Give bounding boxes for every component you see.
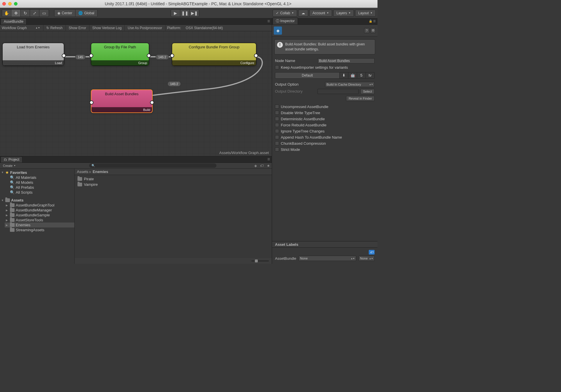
fav-all-materials[interactable]: 🔍All Materials [5,175,74,180]
fav-all-scripts[interactable]: 🔍All Scripts [5,190,74,195]
platform-html5-icon[interactable]: 5 [357,72,366,79]
filter-label-icon[interactable]: 🏷 [260,164,264,168]
asset-pirate[interactable]: Pirate [75,176,272,182]
fav-all-prefabs[interactable]: 🔍All Prefabs [5,185,74,190]
checkbox[interactable] [275,117,279,121]
save-search-icon[interactable]: ★ [266,164,271,168]
opt-append-hash[interactable]: Append Hash To AssetBundle Name [272,134,377,140]
select-button[interactable]: Select [360,89,375,94]
folder-enemies[interactable]: ▶Enemies [5,223,74,227]
tab-menu-icon[interactable]: ☰ [267,158,270,161]
platform-appletv-icon[interactable]: tv [366,72,375,79]
opt-force-rebuild[interactable]: Force Rebuild AssetBundle [272,122,377,128]
layers-dropdown[interactable]: Layers ▼ [333,10,354,17]
node-build-bundles[interactable]: Build Asset Bundles Build [91,89,153,113]
refresh-button[interactable]: ↻ Refresh [43,25,66,31]
port-out[interactable] [254,54,258,58]
play-button-icon[interactable]: ▶ [171,10,180,17]
asset-vampire[interactable]: Vampire [75,182,272,187]
tab-project[interactable]: 🗀Project [1,156,22,163]
rotate-tool-icon[interactable]: ↻ [21,10,30,17]
assetbundle-name-dropdown[interactable]: None▲▼ [299,256,356,261]
breadcrumb-item[interactable]: Enemies [93,169,108,174]
project-search-input[interactable]: 🔍 [89,163,216,168]
pause-button-icon[interactable]: ❚❚ [180,10,190,17]
folder-icon [10,218,15,222]
checkbox[interactable] [275,141,279,145]
port-out[interactable] [150,100,154,105]
move-tool-icon[interactable]: ✥ [11,10,21,17]
folder-streamingassets[interactable]: StreamingAssets [5,227,74,232]
graph-canvas[interactable]: Load from Enemies Load Group By File Pat… [0,31,272,156]
graph-mode-dropdown[interactable]: Workflow Graph ▲▼ [0,25,43,31]
node-configure-bundle[interactable]: Configure Bundle From Group Configure [172,43,256,66]
help-icon[interactable]: ? [364,28,369,33]
thumbnail-size-slider[interactable] [75,258,272,264]
project-tree[interactable]: ▼ ★ Favorites 🔍All Materials 🔍All Models… [0,169,75,264]
close-window-icon[interactable] [2,2,6,6]
folder-assetstoretools[interactable]: ▶AssetStoreTools [5,218,74,223]
opt-strict[interactable]: Strict Mode [272,146,377,153]
port-out[interactable] [62,54,66,58]
node-load-enemies[interactable]: Load from Enemies Load [2,43,64,66]
keep-importer-row[interactable]: Keep AssetImporter settings for variants [272,64,377,70]
opt-ignore-typetree[interactable]: Ignore TypeTree Changes [272,128,377,134]
port-in[interactable] [89,100,93,105]
port-in[interactable] [89,54,93,58]
platform-default-button[interactable]: Default [275,72,340,79]
opt-disable-typetree[interactable]: Disable Write TypeTree [272,110,377,116]
platform-dropdown[interactable]: OSX Standalone(64-bit) [183,25,226,31]
checkbox[interactable] [275,135,279,139]
port-out[interactable] [147,54,151,58]
node-group-by-path[interactable]: Group By File Path Group [91,43,149,66]
asset-list[interactable]: Pirate Vampire [75,175,272,258]
breadcrumb-item[interactable]: Assets [77,169,88,174]
checkbox[interactable] [275,147,279,151]
opt-uncompressed[interactable]: Uncompressed AssetBundle [272,104,377,110]
minimize-window-icon[interactable] [8,2,12,6]
filter-type-icon[interactable]: ◈ [253,164,258,168]
folder-assetbundlegraphtool[interactable]: ▶AssetBundleGraphTool [5,203,74,208]
folder-assetbundlemanager[interactable]: ▶AssetBundleManager [5,208,74,213]
collab-dropdown[interactable]: ✓ Collab ▼ [273,10,297,17]
port-in[interactable] [170,54,174,58]
center-button[interactable]: ◉ Center [54,10,75,17]
panel-lock-icon[interactable]: 🔒 ☰ [369,20,376,23]
folder-assetbundlesample[interactable]: ▶AssetBundleSample [5,213,74,218]
assets-root[interactable]: ▼ Assets [0,198,74,203]
checkbox[interactable] [275,105,279,109]
show-verbose-button[interactable]: Show Verbose Log [89,25,125,31]
tab-inspector[interactable]: ⓘ Inspector [273,17,298,24]
opt-deterministic[interactable]: Deterministic AssetBundle [272,116,377,122]
use-postprocessor-button[interactable]: Use As Postprocessor [125,25,165,31]
gear-icon[interactable]: ⚙ [371,28,376,33]
reveal-in-finder-button[interactable]: Reveal in Finder [346,96,375,101]
opt-chunkbased[interactable]: ChunkBased Compression [272,140,377,146]
account-dropdown[interactable]: Account ▼ [309,10,332,17]
platform-download-icon[interactable]: ⬇ [340,72,348,79]
layout-dropdown[interactable]: Layout ▼ [355,10,376,17]
node-name-input[interactable]: Build Asset Bundles [317,58,375,63]
show-error-button[interactable]: Show Error [66,25,89,31]
hand-tool-icon[interactable]: ✋ [2,10,11,17]
checkbox[interactable] [275,123,279,127]
tab-menu-icon[interactable]: ☰ [267,20,270,23]
scale-tool-icon[interactable]: ⤢ [30,10,39,17]
tab-assetbundle[interactable]: AssetBundle [1,18,27,24]
platform-android-icon[interactable]: 🤖 [348,72,357,79]
output-directory-input[interactable] [317,89,359,94]
favorites-header[interactable]: ▼ ★ Favorites [0,170,74,175]
step-button-icon[interactable]: ▶❚ [190,10,199,17]
checkbox[interactable] [275,111,279,115]
checkbox[interactable] [275,129,279,133]
maximize-window-icon[interactable] [14,2,17,6]
checkbox[interactable] [275,65,279,69]
rect-tool-icon[interactable]: ▭ [39,10,49,17]
label-tag-icon[interactable]: 🏷 [369,250,375,255]
assetbundle-variant-dropdown[interactable]: None▲▼ [359,256,375,261]
global-button[interactable]: 🌐 Global [75,10,97,17]
create-dropdown[interactable]: Create ▼ [1,164,17,167]
output-option-dropdown[interactable]: Build In Cache Directory ▲▼ [325,82,375,87]
fav-all-models[interactable]: 🔍All Models [5,180,74,185]
cloud-button[interactable]: ☁ [298,10,308,17]
